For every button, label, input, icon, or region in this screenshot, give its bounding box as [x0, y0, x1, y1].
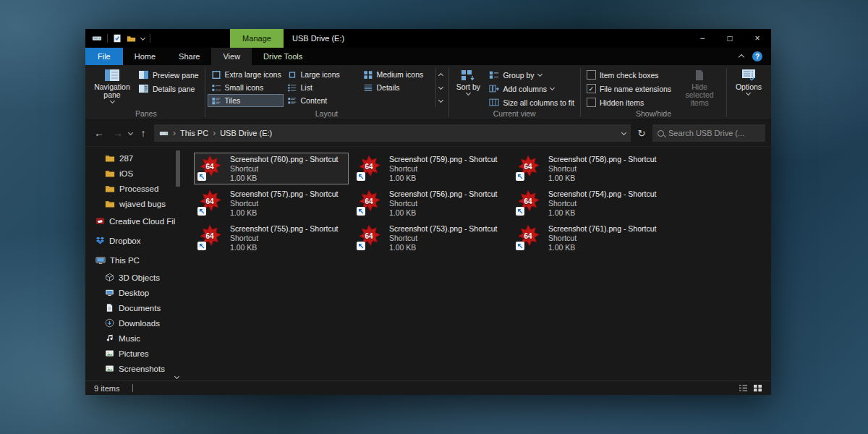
group-by-button[interactable]: Group by [485, 68, 578, 82]
file-tile[interactable]: 64Screenshot (753).png - ShortcutShortcu… [353, 222, 508, 254]
file-name: Screenshot (761).png - Shortcut [548, 224, 656, 234]
group-by-icon [489, 70, 499, 80]
sidebar-item-videos[interactable]: Videos [85, 376, 181, 380]
minimize-button[interactable]: − [689, 29, 716, 48]
icon-badge-64: 64 [516, 163, 540, 171]
sidebar-item-287[interactable]: 287 [85, 150, 181, 166]
gallery-more-button[interactable] [436, 94, 446, 107]
details-pane-button[interactable]: Details pane [135, 82, 203, 95]
help-icon[interactable]: ? [752, 51, 762, 61]
screenshots-icon [105, 364, 114, 373]
sidebar-item-creative-cloud-fil[interactable]: Creative Cloud Fil [85, 211, 181, 231]
hide-selected-items-button[interactable]: Hide selected items [675, 66, 724, 108]
tab-home[interactable]: Home [123, 48, 167, 65]
tab-drive-tools[interactable]: Drive Tools [252, 48, 314, 65]
layout-option-label: Content [301, 96, 328, 105]
search-box[interactable]: Search USB Drive (... [652, 124, 765, 142]
layout-option-label: Medium icons [377, 70, 424, 79]
sidebar-item-pictures[interactable]: Pictures [85, 346, 181, 361]
sidebar-item-downloads[interactable]: Downloads [85, 315, 181, 331]
file-type: Shortcut [548, 199, 656, 208]
separator [448, 68, 449, 117]
refresh-button[interactable]: ↻ [634, 128, 650, 139]
options-icon [741, 69, 756, 82]
options-button[interactable]: Options [729, 66, 768, 95]
layout-option-medium-icons[interactable]: Medium icons [359, 68, 435, 81]
checkbox-file-name-extensions[interactable]: ✓File name extensions [583, 82, 675, 95]
file-type: Shortcut [548, 234, 656, 243]
file-type: Shortcut [389, 164, 497, 174]
sidebar-item-screenshots[interactable]: Screenshots [85, 361, 181, 376]
sidebar-item-wjaved-bugs[interactable]: wjaved bugs [85, 196, 181, 211]
sidebar-item-label: Music [119, 334, 140, 343]
maximize-button[interactable]: □ [716, 29, 744, 48]
separator [726, 68, 727, 117]
chevron-down-icon[interactable] [140, 35, 145, 40]
layout-option-content[interactable]: Content [284, 94, 359, 107]
sidebar-item-music[interactable]: Music [85, 331, 181, 346]
checkbox-label: Item check boxes [600, 71, 659, 80]
checkbox-checked-icon[interactable]: ✓ [587, 84, 596, 93]
file-tile[interactable]: 64Screenshot (759).png - ShortcutShortcu… [353, 153, 508, 184]
hide-selected-icon [693, 69, 706, 82]
sidebar-item-documents[interactable]: Documents [85, 300, 181, 315]
sort-by-button[interactable]: Sort by [451, 66, 485, 95]
layout-option-label: Small icons [225, 83, 264, 92]
checkbox-item-check-boxes[interactable]: Item check boxes [583, 68, 675, 82]
new-folder-icon[interactable] [127, 34, 136, 43]
sidebar-item-desktop[interactable]: Desktop [85, 285, 181, 300]
size-all-columns-button[interactable]: Size all columns to fit [485, 95, 578, 109]
forward-button[interactable]: → [110, 127, 126, 139]
manage-contextual-tab[interactable]: Manage [230, 29, 284, 48]
file-tile[interactable]: 64Screenshot (758).png - ShortcutShortcu… [512, 153, 667, 184]
close-button[interactable]: × [744, 29, 771, 48]
layout-option-large-icons[interactable]: Large icons [284, 68, 359, 81]
file-tile[interactable]: 64Screenshot (760).png - ShortcutShortcu… [194, 153, 349, 184]
back-button[interactable]: ← [91, 127, 107, 139]
file-tile[interactable]: 64Screenshot (761).png - ShortcutShortcu… [512, 222, 667, 254]
sidebar-item-label: Processed [119, 184, 158, 193]
folder-icon [105, 153, 115, 163]
layout-option-tiles[interactable]: Tiles [208, 94, 284, 107]
history-dropdown-icon[interactable] [128, 129, 133, 135]
collapse-ribbon-icon[interactable] [739, 54, 744, 60]
tab-file[interactable]: File [85, 48, 123, 65]
sidebar-item-this-pc[interactable]: This PC [85, 250, 181, 270]
thumbnails-view-icon[interactable] [753, 384, 762, 392]
navigation-pane-button[interactable]: Navigation pane [90, 66, 135, 103]
file-tile[interactable]: 64Screenshot (754).png - ShortcutShortcu… [512, 187, 667, 219]
gallery-scroll-up[interactable] [436, 68, 446, 81]
add-columns-button[interactable]: Add columns [485, 82, 578, 95]
tab-view[interactable]: View [211, 48, 252, 65]
tab-share[interactable]: Share [167, 48, 211, 65]
checkbox-hidden-items[interactable]: Hidden items [583, 95, 675, 109]
file-size: 1.00 KB [389, 243, 497, 252]
sidebar-item-processed[interactable]: Processed [85, 181, 181, 196]
file-tile[interactable]: 64Screenshot (757).png - ShortcutShortcu… [194, 187, 349, 219]
file-tile[interactable]: 64Screenshot (755).png - ShortcutShortcu… [194, 222, 349, 254]
checkbox-unchecked-icon[interactable] [587, 70, 596, 80]
file-tile[interactable]: 64Screenshot (756).png - ShortcutShortcu… [353, 187, 508, 219]
preview-pane-button[interactable]: Preview pane [135, 68, 203, 82]
irfanview-shortcut-icon: 64 [516, 155, 543, 182]
file-list-area[interactable]: 64Screenshot (760).png - ShortcutShortcu… [181, 147, 771, 380]
breadcrumb-usb-drive[interactable]: USB Drive (E:) [220, 129, 272, 137]
sidebar-item-dropbox[interactable]: Dropbox [85, 231, 181, 250]
layout-option-small-icons[interactable]: Small icons [208, 81, 284, 94]
address-dropdown-icon[interactable] [621, 129, 626, 135]
gallery-scroll-down[interactable] [436, 81, 446, 94]
sidebar-scrollbar[interactable] [176, 150, 180, 187]
properties-icon[interactable] [113, 34, 122, 43]
sidebar-item-3d-objects[interactable]: 3D Objects [85, 270, 181, 285]
titlebar: Manage USB Drive (E:) − □ × [85, 29, 771, 48]
up-button[interactable]: ↑ [135, 127, 151, 139]
breadcrumb-this-pc[interactable]: This PC [180, 129, 208, 137]
sidebar-item-ios[interactable]: iOS [85, 166, 181, 181]
address-field[interactable]: › This PC › USB Drive (E:) [154, 124, 631, 142]
details-view-icon[interactable] [739, 384, 748, 392]
layout-option-list[interactable]: List [284, 81, 359, 94]
layout-option-details[interactable]: Details [359, 81, 435, 94]
layout-option-extra-large-icons[interactable]: Extra large icons [208, 68, 284, 81]
checkbox-unchecked-icon[interactable] [587, 98, 596, 107]
separator [150, 34, 150, 43]
